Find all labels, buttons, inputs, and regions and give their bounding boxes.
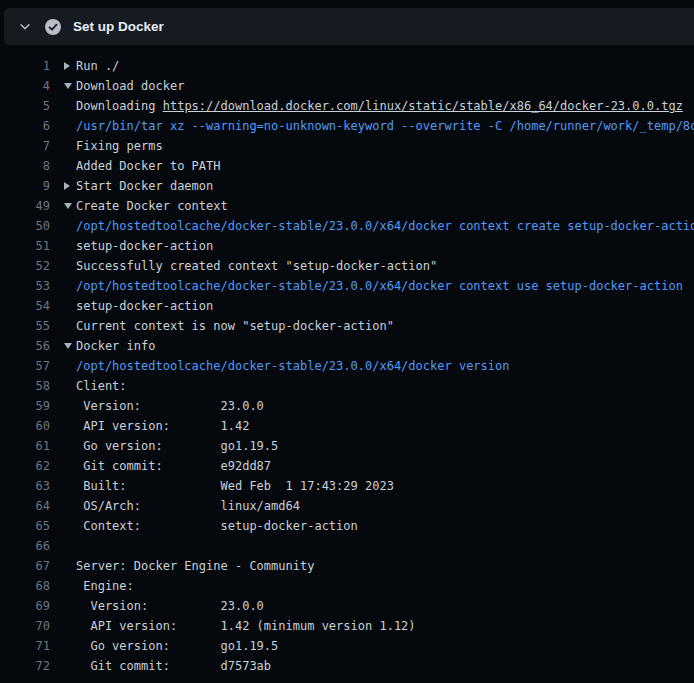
log-line[interactable]: 1Run ./ xyxy=(0,56,694,76)
log-line[interactable]: 56Docker info xyxy=(0,336,694,356)
line-number[interactable]: 70 xyxy=(0,616,50,636)
log-line: 72 Git commit: d7573ab xyxy=(0,656,694,676)
line-number[interactable]: 1 xyxy=(0,56,50,76)
log-line: 66 xyxy=(0,536,694,556)
indent-spacer xyxy=(64,516,76,536)
collapsed-triangle-icon[interactable] xyxy=(64,176,76,196)
line-number[interactable]: 50 xyxy=(0,216,50,236)
log-text: Version: 23.0.0 xyxy=(76,596,264,616)
line-number[interactable]: 66 xyxy=(0,536,50,556)
line-number[interactable]: 62 xyxy=(0,456,50,476)
line-number[interactable]: 51 xyxy=(0,236,50,256)
indent-spacer xyxy=(64,496,76,516)
log-text: Added Docker to PATH xyxy=(76,156,221,176)
line-number[interactable]: 67 xyxy=(0,556,50,576)
log-text: Go version: go1.19.5 xyxy=(76,436,278,456)
indent-spacer xyxy=(64,596,76,616)
expanded-triangle-icon[interactable] xyxy=(64,196,76,216)
line-number[interactable]: 60 xyxy=(0,416,50,436)
log-line: 65 Context: setup-docker-action xyxy=(0,516,694,536)
line-number[interactable]: 7 xyxy=(0,136,50,156)
line-number[interactable]: 72 xyxy=(0,656,50,676)
line-number[interactable]: 8 xyxy=(0,156,50,176)
group-title: Run ./ xyxy=(76,56,119,76)
indent-spacer xyxy=(64,636,76,656)
line-number[interactable]: 55 xyxy=(0,316,50,336)
line-number[interactable]: 9 xyxy=(0,176,50,196)
chevron-down-icon[interactable] xyxy=(18,20,32,34)
log-line-content: Current context is now "setup-docker-act… xyxy=(64,316,394,336)
log-line-content: /opt/hostedtoolcache/docker-stable/23.0.… xyxy=(64,276,683,296)
log-line: 54setup-docker-action xyxy=(0,296,694,316)
log-line-content: Run ./ xyxy=(64,56,119,76)
line-number[interactable]: 65 xyxy=(0,516,50,536)
line-number[interactable]: 53 xyxy=(0,276,50,296)
line-number[interactable]: 68 xyxy=(0,576,50,596)
indent-spacer xyxy=(64,136,76,156)
log-line-content: Fixing perms xyxy=(64,136,163,156)
line-number[interactable]: 69 xyxy=(0,596,50,616)
line-number[interactable]: 6 xyxy=(0,116,50,136)
log-line-content: Version: 23.0.0 xyxy=(64,596,264,616)
log-line-content: setup-docker-action xyxy=(64,296,213,316)
indent-spacer xyxy=(64,356,76,376)
log-text: Current context is now "setup-docker-act… xyxy=(76,316,394,336)
log-text: Version: 23.0.0 xyxy=(76,396,264,416)
line-number[interactable]: 4 xyxy=(0,76,50,96)
line-number[interactable]: 64 xyxy=(0,496,50,516)
log-line-content: Version: 23.0.0 xyxy=(64,396,264,416)
log-line-content: setup-docker-action xyxy=(64,236,213,256)
log-line[interactable]: 4Download docker xyxy=(0,76,694,96)
line-number[interactable]: 59 xyxy=(0,396,50,416)
indent-spacer xyxy=(64,296,76,316)
line-number[interactable]: 52 xyxy=(0,256,50,276)
log-line: 63 Built: Wed Feb 1 17:43:29 2023 xyxy=(0,476,694,496)
log-line-content: Built: Wed Feb 1 17:43:29 2023 xyxy=(64,476,394,496)
line-number[interactable]: 63 xyxy=(0,476,50,496)
line-number[interactable]: 56 xyxy=(0,336,50,356)
log-line: 69 Version: 23.0.0 xyxy=(0,596,694,616)
actions-log-page: { "colors": { "page_bg": "#05080d", "hea… xyxy=(0,0,694,683)
expanded-triangle-icon[interactable] xyxy=(64,336,76,356)
log-line[interactable]: 49Create Docker context xyxy=(0,196,694,216)
log-line: 53/opt/hostedtoolcache/docker-stable/23.… xyxy=(0,276,694,296)
indent-spacer xyxy=(64,256,76,276)
indent-spacer xyxy=(64,436,76,456)
indent-spacer xyxy=(64,376,76,396)
indent-spacer xyxy=(64,236,76,256)
log-line-content: /opt/hostedtoolcache/docker-stable/23.0.… xyxy=(64,356,509,376)
line-number[interactable]: 71 xyxy=(0,636,50,656)
log-line: 70 API version: 1.42 (minimum version 1.… xyxy=(0,616,694,636)
log-line: 50/opt/hostedtoolcache/docker-stable/23.… xyxy=(0,216,694,236)
log-line-content: Engine: xyxy=(64,576,134,596)
line-number[interactable]: 54 xyxy=(0,296,50,316)
group-title: Docker info xyxy=(76,336,155,356)
collapsed-triangle-icon[interactable] xyxy=(64,56,76,76)
log-line-content: Client: xyxy=(64,376,127,396)
log-line: 60 API version: 1.42 xyxy=(0,416,694,436)
line-number[interactable]: 57 xyxy=(0,356,50,376)
line-number[interactable]: 61 xyxy=(0,436,50,456)
log-command-text: /opt/hostedtoolcache/docker-stable/23.0.… xyxy=(76,276,683,296)
line-number[interactable]: 58 xyxy=(0,376,50,396)
log-line-content: Added Docker to PATH xyxy=(64,156,221,176)
log-text: API version: 1.42 (minimum version 1.12) xyxy=(76,616,416,636)
step-header-set-up-docker[interactable]: Set up Docker xyxy=(4,8,694,45)
log-line: 67Server: Docker Engine - Community xyxy=(0,556,694,576)
log-line[interactable]: 9Start Docker daemon xyxy=(0,176,694,196)
group-title: Start Docker daemon xyxy=(76,176,213,196)
log-text: Fixing perms xyxy=(76,136,163,156)
log-link[interactable]: https://download.docker.com/linux/static… xyxy=(163,96,683,116)
log-line-content: /opt/hostedtoolcache/docker-stable/23.0.… xyxy=(64,216,694,236)
log-line-content: Create Docker context xyxy=(64,196,228,216)
log-viewer: 1Run ./4Download docker5Downloading http… xyxy=(0,45,694,676)
log-line-content: Go version: go1.19.5 xyxy=(64,436,278,456)
log-line-content: Downloading https://download.docker.com/… xyxy=(64,96,683,116)
line-number[interactable]: 49 xyxy=(0,196,50,216)
expanded-triangle-icon[interactable] xyxy=(64,76,76,96)
log-line-content: OS/Arch: linux/amd64 xyxy=(64,496,300,516)
log-line: 68 Engine: xyxy=(0,576,694,596)
indent-spacer xyxy=(64,216,76,236)
log-text: Context: setup-docker-action xyxy=(76,516,358,536)
line-number[interactable]: 5 xyxy=(0,96,50,116)
